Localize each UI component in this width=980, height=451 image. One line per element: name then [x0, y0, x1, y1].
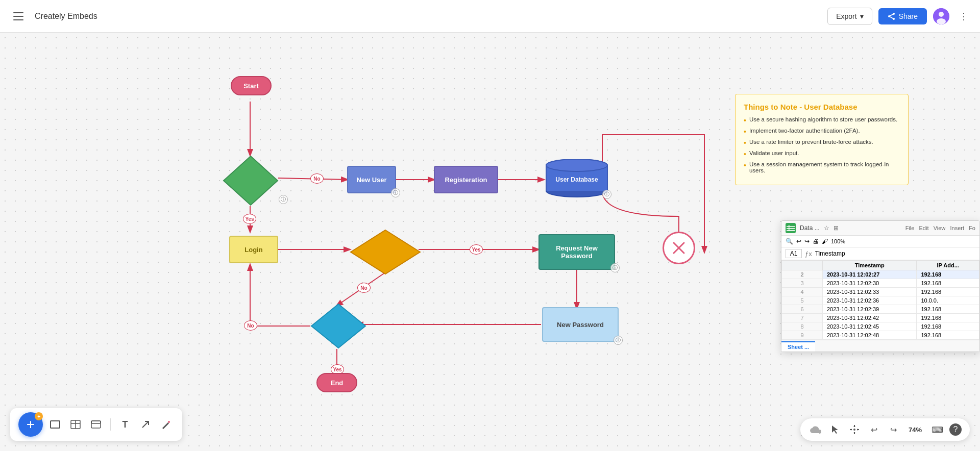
menu-button[interactable] — [8, 6, 29, 27]
spreadsheet-panel: Data ... ☆ ⊞ File Edit View Insert Fo 🔍 … — [781, 220, 980, 352]
table-row: 62023-10-31 12:02:39192.168 — [782, 305, 979, 314]
request-new-password-node[interactable]: Request New Password — [538, 234, 615, 270]
keyboard-icon[interactable]: ⌨ — [930, 422, 944, 437]
edge-label-no1: No — [310, 173, 324, 184]
sheet-cell-ref[interactable]: A1 — [786, 249, 802, 258]
user-database-node[interactable]: User Database — [544, 159, 610, 202]
undo-icon[interactable]: ↩ — [867, 422, 881, 437]
zoom-level: 74% — [905, 426, 925, 434]
sheet-print-icon[interactable]: 🖨 — [813, 238, 819, 245]
svg-marker-33 — [311, 304, 365, 348]
arrow-tool-button[interactable] — [137, 416, 154, 433]
sheet-tabs-bar: Sheet ... — [781, 340, 979, 352]
svg-rect-45 — [91, 421, 101, 428]
end-node[interactable]: End — [316, 373, 357, 392]
document-title: Creately Embeds — [35, 12, 821, 21]
sheet-col-b-header[interactable]: IP Add... — [917, 261, 979, 270]
svg-rect-0 — [13, 12, 23, 13]
edge-label-yes2: Yes — [470, 244, 483, 255]
sheet-formula: Timestamp — [815, 250, 845, 257]
new-user-info[interactable]: ⓘ — [391, 188, 400, 197]
edge-label-no2: No — [357, 283, 371, 293]
svg-marker-23 — [224, 156, 278, 205]
new-user-node[interactable]: New User — [347, 166, 396, 193]
help-icon[interactable]: ? — [949, 423, 962, 436]
note-box: Things to Note - User Database • Use a s… — [735, 94, 909, 185]
card-tool-button[interactable] — [88, 416, 104, 433]
table-row: 22023-10-31 12:02:27192.168 — [782, 270, 979, 279]
sheet-header: Data ... ☆ ⊞ File Edit View Insert Fo — [781, 221, 979, 236]
sheet-title: Data ... — [800, 224, 820, 232]
table-row: 92023-10-31 12:02:48192.168 — [782, 331, 979, 340]
login-node[interactable]: Login — [229, 236, 278, 263]
table-row: 52023-10-31 12:02:3610.0.0. — [782, 296, 979, 305]
bottom-right-toolbar: ↩ ↪ 74% ⌨ ? — [800, 418, 970, 441]
sheet-row-header — [782, 261, 823, 270]
sheet-fx-icon: ƒx — [805, 250, 812, 258]
sheet-grid-icon[interactable]: ⊞ — [834, 224, 839, 232]
svg-rect-39 — [787, 230, 795, 231]
registered-info[interactable]: ⓘ — [279, 195, 288, 204]
svg-marker-56 — [853, 433, 855, 434]
new-password-node[interactable]: New Password — [542, 307, 619, 342]
rect-tool-button[interactable] — [47, 416, 63, 433]
draw-tool-button[interactable] — [158, 416, 174, 433]
svg-line-7 — [889, 16, 894, 19]
request-pw-info[interactable]: ⓘ — [610, 263, 620, 272]
edge-label-no3: No — [244, 320, 257, 331]
svg-point-50 — [853, 429, 855, 431]
redo-icon[interactable]: ↪ — [886, 422, 900, 437]
note-title: Things to Note - User Database — [744, 103, 900, 111]
edge-label-yes1: Yes — [243, 214, 256, 224]
registration-node[interactable]: Registeration — [434, 166, 498, 193]
sheet-table: Timestamp IP Add... 22023-10-31 12:02:27… — [781, 260, 979, 340]
note-item-2: • Implement two-factor authentication (2… — [744, 128, 900, 136]
table-row: 82023-10-31 12:02:45192.168 — [782, 322, 979, 331]
table-row: 42023-10-31 12:02:33192.168 — [782, 288, 979, 296]
sheet-undo-icon[interactable]: ↩ — [796, 238, 801, 245]
table-row: 72023-10-31 12:02:42192.168 — [782, 314, 979, 322]
bottom-toolbar: + ✦ T — [10, 408, 182, 441]
toolbar-separator — [110, 418, 111, 431]
svg-point-30 — [546, 159, 607, 171]
sheet-redo-icon[interactable]: ↪ — [804, 238, 810, 245]
sheet-star-icon[interactable]: ☆ — [824, 224, 829, 232]
correct-password-diamond[interactable]: Correct Password? — [310, 303, 366, 349]
sheet-tab[interactable]: Sheet ... — [781, 341, 815, 352]
text-tool-button[interactable]: T — [117, 416, 133, 433]
svg-marker-58 — [857, 429, 859, 431]
canvas[interactable]: Start Registered? No Yes New User ⓘ Regi… — [0, 33, 980, 451]
svg-rect-2 — [13, 19, 23, 20]
avatar[interactable] — [933, 8, 949, 24]
sheet-toolbar: 🔍 ↩ ↪ 🖨 🖌 100% — [781, 236, 979, 247]
registered-diamond[interactable]: Registered? — [223, 155, 279, 206]
export-button[interactable]: Export ▾ — [827, 8, 872, 25]
cancel-circle[interactable] — [663, 232, 695, 264]
sheet-search-icon[interactable]: 🔍 — [786, 238, 793, 245]
cloud-save-icon[interactable] — [808, 422, 823, 437]
share-button[interactable]: Share — [878, 8, 927, 24]
svg-point-9 — [939, 12, 944, 17]
move-tool-icon[interactable] — [847, 422, 862, 437]
svg-rect-41 — [51, 421, 60, 428]
sheet-formula-bar: A1 ƒx Timestamp — [781, 247, 979, 260]
sheet-paint-icon[interactable]: 🖌 — [822, 238, 828, 245]
cursor-tool-icon[interactable] — [828, 422, 842, 437]
sheet-col-a-header[interactable]: Timestamp — [823, 261, 917, 270]
start-node[interactable]: Start — [231, 76, 272, 95]
svg-rect-37 — [787, 226, 795, 227]
forgot-password-diamond[interactable]: Forgot Password? — [350, 229, 421, 275]
svg-marker-57 — [850, 429, 851, 431]
more-options-button[interactable]: ⋮ — [955, 8, 972, 24]
add-button[interactable]: + ✦ — [18, 412, 43, 437]
svg-point-48 — [168, 421, 170, 423]
new-password-info[interactable]: ⓘ — [614, 336, 623, 345]
sheet-zoom: 100% — [831, 238, 845, 244]
svg-rect-46 — [91, 421, 101, 423]
svg-text:User Database: User Database — [555, 176, 598, 183]
sheet-menu-items: File Edit View Insert Fo — [905, 225, 975, 231]
note-item-3: • Use a rate limiter to prevent brute-fo… — [744, 139, 900, 147]
note-item-4: • Validate user input. — [744, 150, 900, 158]
table-tool-button[interactable] — [67, 416, 84, 433]
user-db-info[interactable]: ⓘ — [602, 190, 611, 199]
